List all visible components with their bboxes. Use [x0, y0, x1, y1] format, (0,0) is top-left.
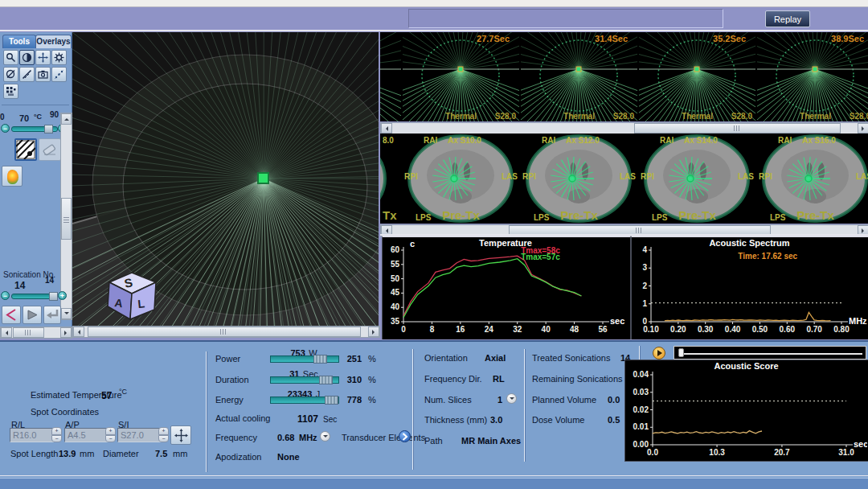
bottom-status-strip	[0, 478, 868, 489]
zoom-tool-button[interactable]	[3, 50, 18, 65]
camera-icon[interactable]	[35, 67, 51, 82]
orientation-marker-las: LAS	[620, 172, 636, 181]
scroll-right-button[interactable]	[60, 327, 72, 338]
thermal-grid-tool-button[interactable]	[3, 84, 18, 99]
chevron-down-icon	[323, 435, 328, 440]
increment-button[interactable]: +	[158, 427, 169, 435]
scrollbar-track[interactable]	[84, 327, 368, 337]
orientation-marker-las: LAS	[856, 172, 868, 181]
thermal-image-tile[interactable]: 27.7SecThermalS28.0	[403, 32, 519, 121]
hatch-overlay-button[interactable]	[14, 138, 37, 161]
divider	[0, 475, 868, 476]
num-slices-dropdown-button[interactable]	[506, 393, 517, 404]
pretx-image-tile[interactable]: 8.0Tx	[380, 134, 401, 224]
scatter-points-tool-button[interactable]	[51, 67, 67, 82]
sidebar-horizontal-scrollbar[interactable]	[0, 327, 72, 339]
svg-text:0.01: 0.01	[633, 422, 649, 431]
return-button[interactable]	[43, 306, 61, 324]
si-coordinate-field[interactable]	[117, 428, 162, 442]
scroll-down-button[interactable]	[61, 308, 72, 319]
pan-tool-button[interactable]	[35, 50, 51, 65]
svg-text:Time: 17.62 sec: Time: 17.62 sec	[738, 252, 797, 261]
play-button[interactable]	[653, 347, 665, 360]
estimated-temperature-value: 57	[101, 390, 112, 401]
scrollbar-thumb[interactable]	[634, 123, 841, 134]
message-field[interactable]	[408, 9, 723, 28]
playback-thumb[interactable]	[678, 348, 684, 357]
sonication-increase-button[interactable]: +	[58, 291, 67, 300]
treated-sonications-label: Treated Sonications	[532, 353, 610, 363]
play-icon	[657, 350, 662, 356]
scroll-right-button[interactable]	[368, 327, 379, 337]
scroll-left-button[interactable]	[1, 327, 12, 338]
pretx-image-tile[interactable]: RAIAx S16.0RPILASLPSPre-Tx	[757, 134, 868, 224]
svg-text:0.04: 0.04	[633, 370, 649, 379]
transducer-elements-button[interactable]	[399, 430, 411, 442]
power-slider-thumb[interactable]	[313, 355, 327, 364]
pretx-image-tile[interactable]: RAIAx S10.0RPILASLPSPre-Tx	[403, 134, 519, 224]
increment-button[interactable]: +	[51, 427, 62, 435]
move-spot-button[interactable]	[170, 425, 191, 445]
decrement-button[interactable]: −	[51, 435, 62, 443]
thermal-image-tile[interactable]: 35.2SecThermalS28.0	[639, 32, 755, 121]
scroll-up-button[interactable]	[61, 113, 72, 125]
thickness-value: 3.0	[490, 415, 502, 425]
previous-sonication-button[interactable]	[2, 306, 21, 324]
sidebar-vertical-scrollbar[interactable]	[60, 113, 72, 320]
decrement-button[interactable]: −	[105, 435, 116, 443]
scrollbar-track[interactable]	[12, 327, 60, 338]
svg-text:0.80: 0.80	[833, 325, 850, 334]
pretx-image-tile[interactable]: RAIAx S12.0RPILASLPSPre-Tx	[521, 134, 637, 224]
measure-tool-button[interactable]	[19, 67, 35, 82]
decrement-button[interactable]: −	[158, 435, 169, 443]
slice-location-label: Ax S10.0	[448, 136, 481, 145]
temp-slider[interactable]	[11, 126, 58, 132]
thermal-image-tile[interactable]	[380, 32, 401, 121]
next-sonication-button[interactable]	[23, 306, 42, 324]
temp-scale-unit: °C	[34, 113, 42, 121]
increment-button[interactable]: +	[105, 427, 116, 435]
sonication-slider[interactable]	[11, 294, 58, 299]
scrollbar-track[interactable]	[61, 125, 72, 308]
energy-slider[interactable]	[270, 397, 339, 404]
thermal-colormap-button[interactable]	[2, 166, 23, 187]
scrollbar-track[interactable]	[392, 123, 858, 134]
3d-transducer-view[interactable]: SAL	[72, 32, 379, 326]
temp-decrease-button[interactable]: −	[1, 124, 10, 133]
duration-slider[interactable]	[270, 376, 339, 384]
diameter-value: 7.5	[155, 449, 167, 458]
scroll-right-button[interactable]	[858, 123, 868, 134]
sidebar: Tools Overlays 0 70 °C 90 − +	[0, 32, 72, 338]
rl-coordinate-field[interactable]	[10, 428, 54, 442]
energy-slider-thumb[interactable]	[325, 396, 338, 405]
sonication-decrease-button[interactable]: −	[1, 291, 10, 300]
replay-button[interactable]: Replay	[765, 10, 810, 27]
pretx-image-tile[interactable]: RAIAx S14.0RPILASLPSPre-Tx	[639, 134, 755, 224]
scrollbar-thumb[interactable]	[61, 198, 72, 240]
scrollbar-thumb[interactable]	[88, 327, 362, 337]
contrast-tool-button[interactable]	[19, 50, 35, 65]
frequency-dropdown-button[interactable]	[320, 431, 330, 442]
eraser-button[interactable]	[39, 138, 61, 161]
power-slider[interactable]	[270, 355, 339, 363]
tab-tools[interactable]: Tools	[2, 35, 36, 48]
tab-overlays[interactable]: Overlays	[35, 35, 72, 48]
scroll-left-button[interactable]	[73, 327, 84, 337]
3d-view-scrollbar[interactable]	[72, 326, 380, 338]
temp-slider-thumb[interactable]	[44, 125, 53, 134]
sonication-slider-thumb[interactable]	[49, 292, 58, 301]
thermal-image-tile[interactable]: 38.9SecThermalS28.0	[757, 32, 868, 121]
scrollbar-thumb[interactable]	[13, 327, 44, 338]
thermal-label: Thermal	[800, 112, 831, 121]
orientation-marker-rai: RAI	[424, 136, 437, 145]
slice-location-label: Ax S12.0	[566, 136, 600, 145]
window-level-tool-button[interactable]	[3, 67, 18, 82]
orientation-label: Orientation	[424, 353, 468, 363]
scroll-left-button[interactable]	[381, 123, 392, 134]
playback-slider[interactable]	[674, 346, 866, 360]
settings-gear-icon[interactable]	[51, 50, 67, 65]
ap-coordinate-field[interactable]	[64, 428, 108, 442]
thermal-row-scrollbar[interactable]	[380, 122, 868, 134]
duration-slider-thumb[interactable]	[319, 376, 333, 384]
thermal-image-tile[interactable]: 31.4SecThermalS28.0	[521, 32, 637, 121]
